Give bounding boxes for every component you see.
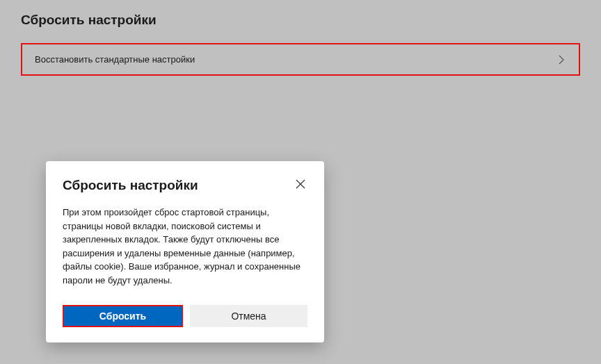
reset-button[interactable]: Сбросить [63,305,183,327]
chevron-right-icon [556,55,566,65]
dialog-footer: Сбросить Отмена [63,305,307,327]
cancel-button[interactable]: Отмена [190,305,307,327]
page-title: Сбросить настройки [21,13,580,28]
restore-defaults-row[interactable]: Восстановить стандартные настройки [21,43,580,76]
page-header: Сбросить настройки [0,0,601,35]
close-icon [296,179,305,191]
dialog-body: При этом произойдет сброс стартовой стра… [63,206,307,287]
restore-defaults-label: Восстановить стандартные настройки [35,54,195,65]
dialog-title: Сбросить настройки [63,178,198,193]
dialog-header: Сбросить настройки [63,178,307,193]
reset-settings-dialog: Сбросить настройки При этом произойдет с… [46,161,324,342]
close-button[interactable] [294,178,307,192]
